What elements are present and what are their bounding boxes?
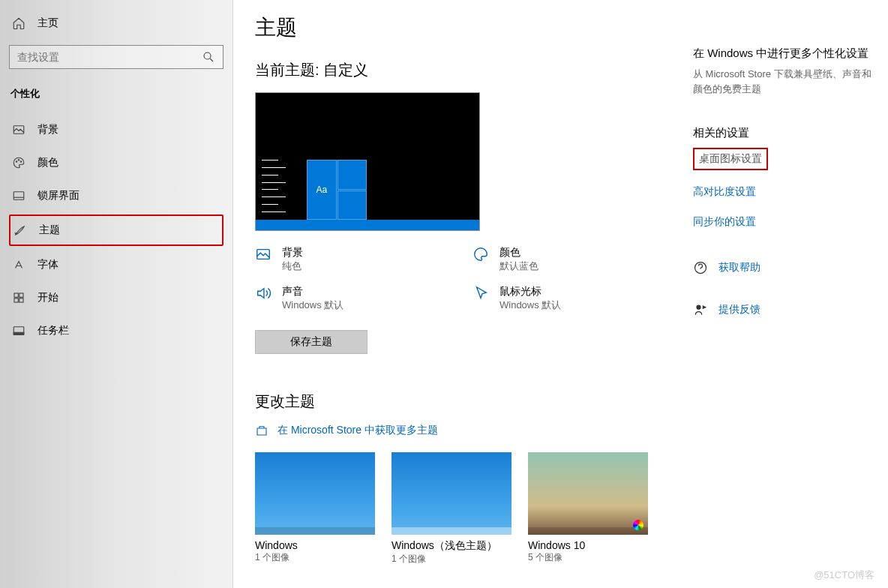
picture-icon — [12, 123, 26, 136]
store-icon — [255, 424, 268, 437]
part-value: Windows 默认 — [282, 298, 344, 312]
svg-point-4 — [20, 161, 22, 163]
cursor-icon — [472, 285, 489, 302]
home-label: 主页 — [38, 16, 58, 30]
svg-point-3 — [18, 160, 20, 161]
theme-name: Windows（浅色主题） — [392, 539, 512, 553]
svg-point-0 — [204, 52, 211, 59]
theme-sub: 5 个图像 — [528, 551, 648, 564]
svg-point-14 — [697, 305, 700, 309]
get-help-link[interactable]: 获取帮助 — [718, 261, 760, 274]
part-title: 背景 — [282, 246, 303, 260]
svg-rect-7 — [20, 293, 23, 297]
help-icon — [693, 260, 708, 275]
theme-thumbnail — [528, 452, 648, 535]
watermark: @51CTO博客 — [814, 568, 874, 582]
svg-point-2 — [16, 161, 17, 163]
lockscreen-icon — [12, 189, 26, 202]
nav-label: 锁屏界面 — [38, 189, 80, 202]
preview-startmenu — [262, 152, 303, 220]
search-input[interactable] — [17, 51, 202, 63]
theme-card-windows-light[interactable]: Windows（浅色主题） 1 个图像 — [392, 452, 512, 566]
part-value: 纯色 — [282, 260, 303, 273]
preview-taskbar — [256, 220, 479, 230]
color-wheel-icon — [633, 520, 644, 530]
theme-preview: Aa — [255, 92, 480, 231]
more-personalize-title: 在 Windows 中进行更多个性化设置 — [693, 46, 873, 61]
part-value: 默认蓝色 — [500, 260, 538, 273]
part-cursor[interactable]: 鼠标光标Windows 默认 — [472, 285, 660, 312]
theme-grid: Windows 1 个图像 Windows（浅色主题） 1 个图像 Window… — [255, 452, 866, 566]
nav-label: 背景 — [38, 123, 58, 136]
nav-label: 任务栏 — [38, 324, 69, 338]
page-title: 主题 — [255, 14, 866, 42]
home-button[interactable]: 主页 — [9, 12, 224, 34]
nav-label: 开始 — [38, 291, 58, 304]
part-title: 鼠标光标 — [500, 285, 561, 298]
sound-icon — [255, 285, 272, 302]
sidebar-item-color[interactable]: 颜色 — [9, 148, 224, 177]
theme-card-windows[interactable]: Windows 1 个图像 — [255, 452, 375, 566]
theme-thumbnail — [392, 452, 512, 535]
related-settings-title: 相关的设置 — [693, 126, 873, 140]
font-icon — [12, 258, 26, 272]
nav-label: 主题 — [39, 224, 60, 237]
svg-rect-8 — [14, 298, 18, 302]
theme-sub: 1 个图像 — [255, 551, 375, 564]
theme-parts: 背景纯色 颜色默认蓝色 声音Windows 默认 鼠标光标Windows 默认 — [255, 246, 660, 312]
home-icon — [12, 16, 26, 30]
theme-thumbnail — [255, 452, 375, 535]
part-background[interactable]: 背景纯色 — [255, 246, 442, 273]
right-column: 在 Windows 中进行更多个性化设置 从 Microsoft Store 下… — [693, 46, 873, 317]
section-label: 个性化 — [9, 87, 224, 100]
part-color[interactable]: 颜色默认蓝色 — [472, 246, 660, 273]
get-help-row[interactable]: 获取帮助 — [693, 260, 873, 275]
svg-rect-6 — [14, 293, 18, 297]
change-theme-label: 更改主题 — [255, 392, 866, 412]
sidebar-item-lockscreen[interactable]: 锁屏界面 — [9, 182, 224, 210]
nav-label: 字体 — [38, 258, 58, 272]
svg-rect-5 — [14, 192, 24, 200]
sidebar-item-start[interactable]: 开始 — [9, 284, 224, 312]
high-contrast-link[interactable]: 高对比度设置 — [693, 181, 873, 203]
search-icon — [202, 50, 215, 64]
preview-tiles: Aa — [307, 160, 367, 220]
store-link[interactable]: 在 Microsoft Store 中获取更多主题 — [255, 424, 866, 437]
theme-sub: 1 个图像 — [392, 553, 512, 566]
desktop-icon-settings-link[interactable]: 桌面图标设置 — [693, 148, 768, 170]
palette-icon — [472, 246, 489, 262]
palette-icon — [12, 156, 26, 170]
taskbar-icon — [12, 324, 26, 338]
nav-label: 颜色 — [38, 156, 58, 170]
save-theme-button[interactable]: 保存主题 — [255, 330, 368, 354]
feedback-link[interactable]: 提供反馈 — [718, 303, 760, 316]
theme-name: Windows 10 — [528, 539, 648, 551]
part-value: Windows 默认 — [500, 298, 561, 312]
sidebar-item-background[interactable]: 背景 — [9, 116, 224, 144]
start-icon — [12, 291, 26, 304]
part-title: 颜色 — [500, 246, 538, 260]
svg-rect-9 — [20, 298, 23, 302]
part-title: 声音 — [282, 285, 344, 298]
theme-name: Windows — [255, 539, 375, 551]
sidebar-item-themes[interactable]: 主题 — [9, 214, 224, 246]
picture-icon — [255, 246, 272, 262]
sidebar-item-fonts[interactable]: 字体 — [9, 250, 224, 279]
preview-tile-aa: Aa — [307, 160, 337, 220]
settings-sidebar: 主页 个性化 背景 颜色 锁屏界面 主题 字体 开始 任务栏 — [0, 0, 232, 588]
search-box[interactable] — [9, 45, 224, 69]
more-personalize-desc: 从 Microsoft Store 下载兼具壁纸、声音和颜色的免费主题 — [693, 67, 873, 96]
feedback-row[interactable]: 提供反馈 — [693, 302, 873, 317]
sync-settings-link[interactable]: 同步你的设置 — [693, 211, 873, 233]
brush-icon — [14, 224, 27, 237]
sidebar-item-taskbar[interactable]: 任务栏 — [9, 316, 224, 345]
svg-rect-11 — [14, 332, 24, 334]
theme-card-windows-10[interactable]: Windows 10 5 个图像 — [528, 452, 648, 566]
feedback-icon — [693, 302, 708, 317]
part-sound[interactable]: 声音Windows 默认 — [255, 285, 442, 312]
store-link-label: 在 Microsoft Store 中获取更多主题 — [278, 424, 438, 437]
